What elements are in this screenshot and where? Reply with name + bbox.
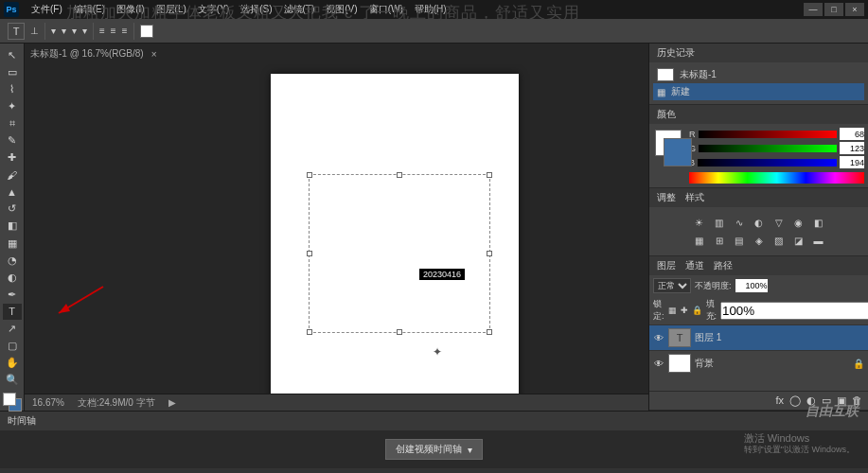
adj-curves-icon[interactable]: ∿ [731,215,748,230]
menu-file[interactable]: 文件(F) [27,1,67,18]
layer-row-bg[interactable]: 👁 背景 🔒 [649,350,868,376]
r-input[interactable] [840,128,864,140]
g-slider[interactable] [699,145,837,152]
paths-tab[interactable]: 路径 [714,259,733,272]
adjust-tab[interactable]: 调整 [657,191,676,204]
document-tab[interactable]: 未标题-1 @ 16.7%(RGB/8) [30,47,144,61]
blend-mode-select[interactable]: 正常 [653,278,691,293]
font-size-dropdown[interactable]: ▾ [72,26,77,36]
styles-tab[interactable]: 样式 [685,191,704,204]
shape-tool[interactable]: ▢ [3,338,22,354]
handle-mr[interactable] [487,251,492,256]
timeline-tab[interactable]: 时间轴 [8,415,36,426]
adj-thresh-icon[interactable]: ◪ [790,233,807,248]
layer-row-1[interactable]: 👁 T 图层 1 [649,324,868,350]
align-left-icon[interactable]: ≡ [99,26,105,36]
font-style-dropdown[interactable]: ▾ [62,26,66,36]
visibility-icon[interactable]: 👁 [653,333,664,343]
text-bounding-box[interactable]: 20230416 ✦ [309,174,490,333]
b-input[interactable] [840,156,864,168]
dropdown-arrow-icon[interactable]: ▾ [468,445,472,455]
adj-brightness-icon[interactable]: ☀ [691,215,708,230]
b-slider[interactable] [698,159,837,166]
zoom-level[interactable]: 16.67% [32,397,64,408]
color-tab[interactable]: 颜色 [657,108,676,121]
adj-poster-icon[interactable]: ▨ [771,233,788,248]
healing-tool[interactable]: ✚ [3,149,22,166]
history-tab[interactable]: 历史记录 [657,46,695,60]
lock-position-icon[interactable]: ✚ [681,306,688,315]
antialias-dropdown[interactable]: ▾ [82,26,87,36]
g-input[interactable] [840,142,864,154]
layer-name[interactable]: 图层 1 [695,331,721,344]
channels-tab[interactable]: 通道 [685,259,704,272]
fill-input[interactable] [720,302,868,320]
adj-hue-icon[interactable]: ◉ [790,215,807,230]
align-center-icon[interactable]: ≡ [111,26,116,36]
color-swatches[interactable] [3,393,22,411]
r-slider[interactable] [699,131,838,138]
adj-vibrance-icon[interactable]: ▽ [771,215,788,230]
viewport[interactable]: 20230416 ✦ [25,64,648,394]
layer-name[interactable]: 背景 [695,357,714,370]
handle-bl[interactable] [307,329,312,335]
adj-levels-icon[interactable]: ▥ [711,215,728,230]
eraser-tool[interactable]: ◧ [3,218,22,234]
fx-icon[interactable]: fx [775,394,784,407]
pen-tool[interactable]: ✒ [3,287,22,303]
handle-tl[interactable] [307,172,312,178]
adj-exposure-icon[interactable]: ◐ [751,215,768,230]
move-tool[interactable]: ↖ [3,47,22,63]
stamp-tool[interactable]: ▲ [3,184,22,200]
handle-tr[interactable] [487,172,492,178]
canvas-page[interactable]: 20230416 ✦ [271,74,519,394]
marquee-tool[interactable]: ▭ [3,64,22,80]
r-label: R [689,130,696,139]
adj-photo-icon[interactable]: ▦ [691,233,708,248]
minimize-button[interactable]: — [804,3,823,16]
adj-mixer-icon[interactable]: ⊞ [711,233,728,248]
history-doc-row[interactable]: 未标题-1 [653,66,864,83]
fg-color[interactable] [3,393,16,406]
mask-icon[interactable]: ◯ [789,394,801,407]
history-brush-tool[interactable]: ↺ [3,201,22,217]
tab-close-icon[interactable]: × [151,49,157,60]
brush-tool[interactable]: 🖌 [3,166,22,183]
hand-tool[interactable]: ✋ [3,355,22,371]
adj-lookup-icon[interactable]: ▤ [731,233,748,248]
history-step-row[interactable]: ▦新建 [653,83,864,100]
gradient-tool[interactable]: ▦ [3,236,22,252]
close-button[interactable]: × [845,3,864,16]
spectrum-strip[interactable] [689,172,864,184]
opacity-input[interactable] [735,279,768,292]
lasso-tool[interactable]: ⌇ [3,81,22,97]
handle-tm[interactable] [397,172,402,178]
tool-preset[interactable]: T [8,23,25,40]
align-right-icon[interactable]: ≡ [122,26,128,36]
status-arrow-icon[interactable]: ▶ [168,397,176,408]
dodge-tool[interactable]: ◐ [3,270,22,286]
orientation-icon[interactable]: ⊥ [30,26,39,36]
blur-tool[interactable]: ◔ [3,253,22,269]
lock-all-icon[interactable]: 🔒 [692,306,702,315]
lock-pixels-icon[interactable]: ▦ [668,306,677,315]
eyedropper-tool[interactable]: ✎ [3,132,22,149]
handle-bm[interactable] [397,329,402,335]
text-color-swatch[interactable] [140,25,153,38]
color-swatch[interactable] [655,130,682,156]
wand-tool[interactable]: ✦ [3,98,22,114]
adj-invert-icon[interactable]: ◈ [751,233,768,248]
create-timeline-button[interactable]: 创建视频时间轴 ▾ [385,439,483,460]
handle-br[interactable] [487,329,492,335]
maximize-button[interactable]: □ [824,3,843,16]
type-tool[interactable]: T [3,304,22,320]
layers-tab[interactable]: 图层 [657,259,676,272]
font-family-dropdown[interactable]: ▾ [51,26,56,36]
zoom-tool[interactable]: 🔍 [3,372,22,388]
path-tool[interactable]: ↗ [3,321,22,337]
adj-grad-icon[interactable]: ▬ [810,233,827,248]
handle-ml[interactable] [307,251,312,256]
adj-bw-icon[interactable]: ◧ [810,215,827,230]
crop-tool[interactable]: ⌗ [3,115,22,131]
visibility-icon[interactable]: 👁 [653,359,664,369]
